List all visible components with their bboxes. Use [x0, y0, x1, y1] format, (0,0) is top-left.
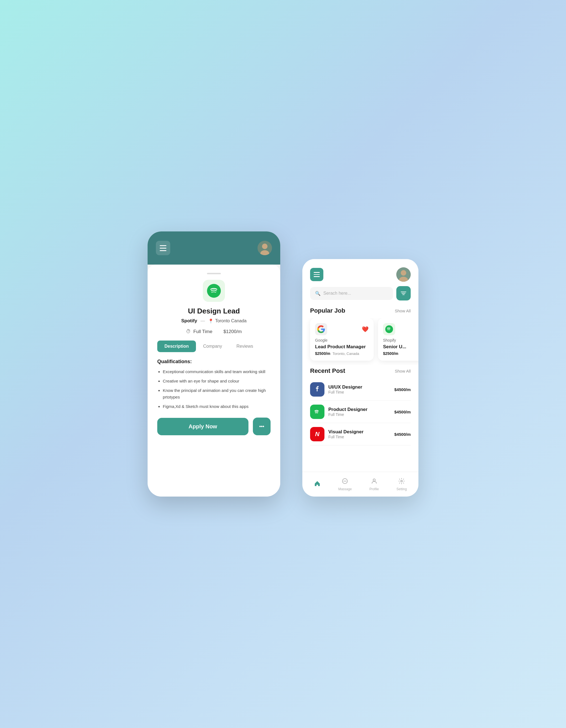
heart-icon-google[interactable]: ❤️ [362, 326, 369, 333]
apply-now-button[interactable]: Apply Now [157, 418, 248, 435]
search-placeholder: Serach here... [323, 291, 351, 296]
qual-item-2: Creative with an eye for shape and colou… [163, 378, 270, 384]
left-body: UI Design Lead Spotify — 📍 Toronto Canad… [147, 265, 280, 497]
divider: — [200, 318, 205, 323]
profile-label: Profile [370, 487, 379, 491]
popular-jobs-show-all[interactable]: Show All [395, 308, 411, 313]
qual-item-1: Exceptional communication skills and tea… [163, 368, 270, 375]
netflix-job-type: Full Time [328, 435, 364, 439]
facebook-logo [310, 382, 325, 397]
card-google-location: Toronto, Canada [333, 352, 359, 356]
chat-button[interactable] [253, 418, 270, 435]
svg-point-8 [401, 270, 406, 276]
filter-button[interactable] [396, 286, 411, 300]
svg-point-15 [344, 481, 344, 481]
location-item: 📍 Toronto Canada [208, 318, 246, 324]
tab-company[interactable]: Company [196, 341, 229, 352]
card-shopify-salary-text: $2500/m [383, 351, 398, 356]
home-icon [314, 480, 321, 489]
svg-point-1 [262, 244, 267, 249]
popular-jobs-header: Popular Job Show All [303, 305, 419, 318]
svg-point-13 [385, 325, 393, 333]
recent-post-left-netflix: N Visual Designer Full Time [310, 427, 364, 441]
setting-label: Setting [397, 487, 407, 491]
qual-item-3: Know the principal of animation and you … [163, 387, 270, 400]
svg-point-16 [345, 481, 346, 481]
tabs-row: Description Company Reviews [157, 341, 270, 352]
card-google-salary: $2500/m [315, 351, 330, 356]
nav-massage[interactable]: Massage [338, 478, 352, 491]
tab-reviews[interactable]: Reviews [229, 341, 260, 352]
card-google-company: Google [315, 338, 369, 342]
recent-post-header: Recent Post Show All [303, 365, 419, 378]
massage-icon [342, 478, 348, 486]
phone-right: 🔍 Serach here... Popular Job Show All [303, 259, 419, 497]
card-shopify-title: Senior U... [383, 344, 419, 350]
spotify-icon [207, 284, 221, 298]
search-input-container[interactable]: 🔍 Serach here... [310, 287, 393, 300]
popular-job-card-shopify[interactable]: Shopify Senior U... $2500/m [378, 318, 419, 361]
search-icon: 🔍 [315, 291, 321, 296]
recent-post-title: Recent Post [310, 367, 345, 374]
svg-point-19 [401, 480, 402, 482]
recent-post-info-fb: UI/UX Designer Full Time [328, 384, 362, 394]
hamburger-button-right[interactable] [310, 268, 323, 281]
nav-home[interactable] [314, 480, 321, 489]
recent-post-list: UI/UX Designer Full Time $4500/m [303, 378, 419, 445]
card-company-row-shopify [383, 323, 419, 335]
bottom-nav: Massage Profile Settin [303, 472, 419, 497]
recent-post-left-fb: UI/UX Designer Full Time [310, 382, 362, 397]
salary-item: $1200/m [223, 329, 241, 334]
qualifications-title: Qualifications: [157, 359, 270, 365]
popular-jobs-scroll: ❤️ Google Lead Product Manager $2500/m T… [303, 318, 419, 365]
company-name: Spotify [181, 318, 197, 324]
search-row: 🔍 Serach here... [303, 286, 419, 305]
svg-point-3 [207, 284, 221, 298]
recent-post-info-netflix: Visual Designer Full Time [328, 429, 364, 439]
massage-label: Massage [338, 487, 352, 491]
job-meta: Spotify — 📍 Toronto Canada [157, 318, 270, 324]
recent-post-netflix[interactable]: N Visual Designer Full Time $4500/m [310, 423, 411, 445]
company-logo-container [157, 280, 270, 302]
svg-point-4 [259, 426, 261, 427]
netflix-salary: $4500/m [394, 432, 411, 437]
recent-post-show-all[interactable]: Show All [395, 369, 411, 373]
fb-job-type: Full Time [328, 390, 362, 394]
svg-point-18 [373, 479, 375, 481]
google-logo [315, 323, 327, 335]
phones-container: UI Design Lead Spotify — 📍 Toronto Canad… [147, 231, 419, 497]
qualifications-list: Exceptional communication skills and tea… [157, 368, 270, 410]
salary-text: $1200/m [223, 329, 241, 334]
job-type-text: Full Time [193, 329, 212, 334]
setting-icon [398, 478, 405, 486]
popular-job-card-google[interactable]: ❤️ Google Lead Product Manager $2500/m T… [310, 318, 374, 361]
recent-post-facebook[interactable]: UI/UX Designer Full Time $4500/m [310, 378, 411, 401]
card-shopify-company: Shopify [383, 338, 419, 342]
card-company-row-google: ❤️ [315, 323, 369, 335]
spotify-salary: $4500/m [394, 410, 411, 414]
job-title: UI Design Lead [157, 307, 270, 315]
netflix-job-title: Visual Designer [328, 429, 364, 435]
fb-salary: $4500/m [394, 387, 411, 392]
action-row: Apply Now [157, 418, 270, 435]
drag-indicator [207, 273, 221, 274]
recent-post-info-spotify: Product Designer Full Time [328, 407, 368, 417]
spotify-job-title: Product Designer [328, 407, 368, 412]
recent-post-spotify[interactable]: Product Designer Full Time $4500/m [310, 401, 411, 423]
nav-setting[interactable]: Setting [397, 478, 407, 491]
clock-icon: ⏱ [186, 329, 191, 334]
phone-left: UI Design Lead Spotify — 📍 Toronto Canad… [147, 231, 280, 497]
tab-description[interactable]: Description [157, 341, 196, 352]
left-header [147, 231, 280, 265]
spotify-job-type: Full Time [328, 412, 368, 417]
qual-item-4: Figma,Xd & Sketch must know about this a… [163, 403, 270, 410]
hamburger-button-left[interactable] [156, 241, 170, 255]
nav-profile[interactable]: Profile [370, 478, 379, 491]
profile-icon [371, 478, 378, 486]
card-google-salary-location: $2500/m Toronto, Canada [315, 351, 369, 356]
svg-point-17 [346, 481, 346, 481]
job-details: ⏱ Full Time $1200/m [157, 329, 270, 334]
svg-point-6 [263, 426, 264, 427]
card-shopify-salary: $2500/m [383, 351, 419, 356]
filter-icon [400, 290, 407, 297]
